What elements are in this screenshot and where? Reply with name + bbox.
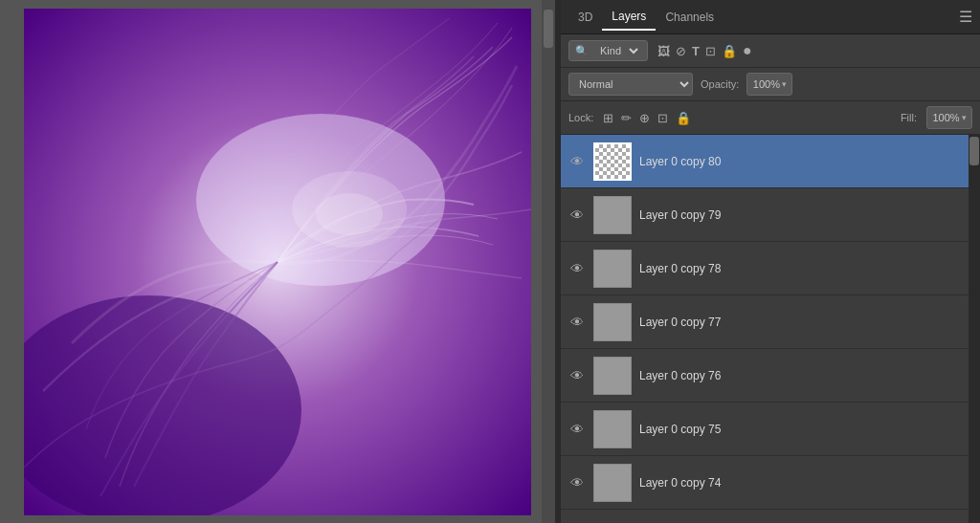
svg-point-4 [316,193,383,235]
layer-visibility-icon[interactable]: 👁 [568,261,586,276]
lock-artboard-icon[interactable]: ⊡ [657,111,668,125]
canvas-svg [24,9,531,515]
blend-mode-row: Normal Multiply Screen Opacity: 100% ▾ [561,68,980,101]
layer-visibility-icon[interactable]: 👁 [568,315,586,330]
canvas-scrollbar-thumb[interactable] [544,10,553,48]
layers-list: 👁Layer 0 copy 80👁Layer 0 copy 79👁Layer 0… [561,135,969,523]
layer-name: Layer 0 copy 78 [639,262,721,275]
layer-thumbnail [593,464,632,502]
lock-icons: ⊞ ✏ ⊕ ⊡ 🔒 [603,111,691,125]
opacity-value-text: 100% [753,78,780,90]
fill-value-text: 100% [932,112,959,123]
panel-scrollbar[interactable] [969,135,980,523]
layer-item[interactable]: 👁Layer 0 copy 74 [561,456,969,510]
tab-3d[interactable]: 3D [568,5,602,30]
filter-row: 🔍 Kind 🖼 ⊘ T ⊡ 🔒 ● [561,34,980,68]
search-icon: 🔍 [575,45,589,57]
lock-filter-icon[interactable]: 🔒 [722,44,737,58]
panel-tabs: 3D Layers Channels ☰ [561,0,980,34]
layer-thumbnail [593,196,632,234]
shape-filter-icon[interactable]: ⊡ [705,44,716,58]
opacity-label: Opacity: [701,78,739,90]
type-filter-icon[interactable]: T [692,44,700,58]
layer-item[interactable]: 👁Layer 0 copy 80 [561,135,969,188]
panel-menu-icon[interactable]: ☰ [959,8,972,26]
filter-search-box[interactable]: 🔍 Kind [568,40,648,61]
canvas-area [0,0,555,523]
layer-thumbnail [593,357,632,395]
panel-scrollbar-thumb[interactable] [969,137,979,165]
layer-name: Layer 0 copy 77 [639,316,721,329]
filter-icons: 🖼 ⊘ T ⊡ 🔒 ● [657,42,752,59]
adjustment-filter-icon[interactable]: ⊘ [676,44,686,58]
layer-visibility-icon[interactable]: 👁 [568,368,586,383]
layer-name: Layer 0 copy 79 [639,208,721,222]
layer-name: Layer 0 copy 80 [639,155,721,168]
layer-visibility-icon[interactable]: 👁 [568,207,586,223]
layer-visibility-icon[interactable]: 👁 [568,475,586,490]
lock-all-icon[interactable]: 🔒 [676,111,691,125]
layer-visibility-icon[interactable]: 👁 [568,422,586,437]
lock-transparent-icon[interactable]: ⊞ [603,111,613,125]
tab-channels[interactable]: Channels [656,5,724,30]
blend-mode-dropdown[interactable]: Normal Multiply Screen [568,73,693,96]
layer-thumbnail [593,410,632,448]
opacity-value[interactable]: 100% ▾ [746,73,792,96]
dot-filter-icon[interactable]: ● [743,42,752,59]
layer-item[interactable]: 👁Layer 0 copy 76 [561,349,969,403]
lock-row: Lock: ⊞ ✏ ⊕ ⊡ 🔒 Fill: 100% ▾ [561,101,980,135]
layer-visibility-icon[interactable]: 👁 [568,154,586,169]
layers-panel: 3D Layers Channels ☰ 🔍 Kind 🖼 ⊘ T ⊡ 🔒 ● … [561,0,980,523]
layer-item[interactable]: 👁Layer 0 copy 79 [561,188,969,242]
tab-layers[interactable]: Layers [602,4,656,31]
layer-name: Layer 0 copy 74 [639,476,721,490]
layer-item[interactable]: 👁Layer 0 copy 78 [561,242,969,295]
fill-label: Fill: [901,112,917,123]
lock-label: Lock: [568,112,593,123]
layer-thumbnail [593,250,632,288]
layer-thumbnail [593,303,632,341]
layer-name: Layer 0 copy 75 [639,423,721,436]
layer-thumbnail [593,142,632,181]
canvas-scrollbar[interactable] [542,0,555,523]
canvas-image [24,9,531,515]
layer-item[interactable]: 👁Layer 0 copy 75 [561,403,969,456]
layer-item[interactable]: 👁Layer 0 copy 77 [561,295,969,349]
fill-value[interactable]: 100% ▾ [926,106,972,129]
kind-dropdown[interactable]: Kind [592,40,641,61]
lock-image-icon[interactable]: ✏ [621,111,632,125]
layer-name: Layer 0 copy 76 [639,369,721,382]
image-filter-icon[interactable]: 🖼 [657,44,670,58]
opacity-chevron: ▾ [782,79,787,89]
fill-chevron: ▾ [962,113,967,122]
lock-position-icon[interactable]: ⊕ [639,111,650,125]
